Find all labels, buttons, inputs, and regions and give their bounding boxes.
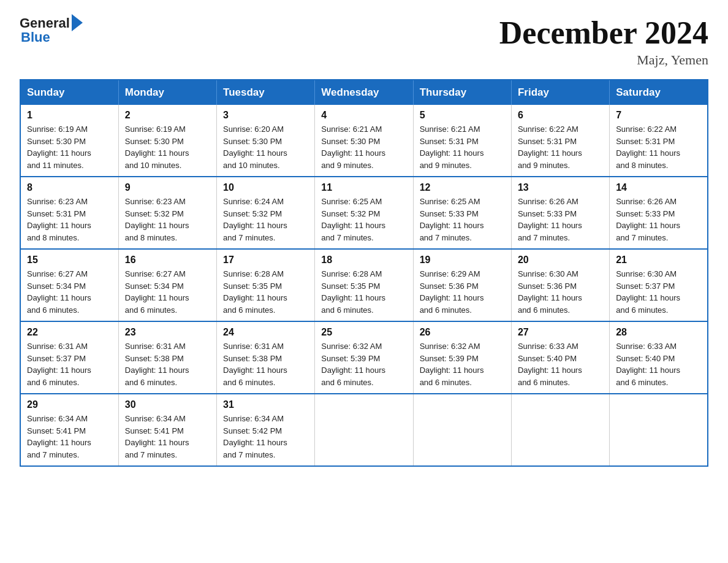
table-row: 29 Sunrise: 6:34 AM Sunset: 5:41 PM Dayl… bbox=[20, 394, 118, 466]
day-info: Sunrise: 6:30 AM Sunset: 5:36 PM Dayligh… bbox=[518, 268, 603, 316]
table-row: 30 Sunrise: 6:34 AM Sunset: 5:41 PM Dayl… bbox=[118, 394, 216, 466]
calendar-week-row: 15 Sunrise: 6:27 AM Sunset: 5:34 PM Dayl… bbox=[20, 249, 708, 321]
table-row: 5 Sunrise: 6:21 AM Sunset: 5:31 PM Dayli… bbox=[413, 105, 511, 177]
col-thursday: Thursday bbox=[413, 80, 511, 105]
day-number: 2 bbox=[125, 110, 210, 121]
table-row: 10 Sunrise: 6:24 AM Sunset: 5:32 PM Dayl… bbox=[217, 177, 315, 249]
day-info: Sunrise: 6:20 AM Sunset: 5:30 PM Dayligh… bbox=[223, 123, 308, 171]
col-sunday: Sunday bbox=[20, 80, 118, 105]
day-info: Sunrise: 6:27 AM Sunset: 5:34 PM Dayligh… bbox=[125, 268, 210, 316]
day-number: 29 bbox=[27, 399, 112, 410]
day-info: Sunrise: 6:21 AM Sunset: 5:30 PM Dayligh… bbox=[321, 123, 406, 171]
day-info: Sunrise: 6:32 AM Sunset: 5:39 PM Dayligh… bbox=[420, 340, 505, 388]
table-row: 25 Sunrise: 6:32 AM Sunset: 5:39 PM Dayl… bbox=[315, 321, 413, 394]
day-info: Sunrise: 6:19 AM Sunset: 5:30 PM Dayligh… bbox=[27, 123, 112, 171]
day-info: Sunrise: 6:19 AM Sunset: 5:30 PM Dayligh… bbox=[125, 123, 210, 171]
day-number: 15 bbox=[27, 255, 112, 266]
day-number: 17 bbox=[223, 255, 308, 266]
day-info: Sunrise: 6:26 AM Sunset: 5:33 PM Dayligh… bbox=[616, 196, 701, 243]
day-number: 11 bbox=[321, 182, 406, 193]
table-row: 31 Sunrise: 6:34 AM Sunset: 5:42 PM Dayl… bbox=[217, 394, 315, 466]
header: General Blue December 2024 Majz, Yemen bbox=[20, 15, 708, 68]
logo: General Blue bbox=[20, 15, 83, 45]
day-number: 27 bbox=[518, 327, 603, 338]
day-info: Sunrise: 6:26 AM Sunset: 5:33 PM Dayligh… bbox=[518, 196, 603, 243]
calendar-week-row: 1 Sunrise: 6:19 AM Sunset: 5:30 PM Dayli… bbox=[20, 105, 708, 177]
table-row: 20 Sunrise: 6:30 AM Sunset: 5:36 PM Dayl… bbox=[511, 249, 609, 321]
col-wednesday: Wednesday bbox=[315, 80, 413, 105]
table-row: 2 Sunrise: 6:19 AM Sunset: 5:30 PM Dayli… bbox=[118, 105, 216, 177]
table-row: 9 Sunrise: 6:23 AM Sunset: 5:32 PM Dayli… bbox=[118, 177, 216, 249]
day-number: 30 bbox=[125, 399, 210, 410]
day-number: 18 bbox=[321, 255, 406, 266]
table-row bbox=[315, 394, 413, 466]
table-row: 14 Sunrise: 6:26 AM Sunset: 5:33 PM Dayl… bbox=[610, 177, 708, 249]
logo-arrow-icon bbox=[72, 14, 83, 31]
table-row: 23 Sunrise: 6:31 AM Sunset: 5:38 PM Dayl… bbox=[118, 321, 216, 394]
day-info: Sunrise: 6:22 AM Sunset: 5:31 PM Dayligh… bbox=[518, 123, 603, 171]
day-info: Sunrise: 6:28 AM Sunset: 5:35 PM Dayligh… bbox=[223, 268, 308, 316]
title-area: December 2024 Majz, Yemen bbox=[499, 15, 708, 68]
day-number: 22 bbox=[27, 327, 112, 338]
month-title: December 2024 bbox=[499, 15, 708, 51]
day-info: Sunrise: 6:34 AM Sunset: 5:41 PM Dayligh… bbox=[27, 413, 112, 461]
calendar-week-row: 8 Sunrise: 6:23 AM Sunset: 5:31 PM Dayli… bbox=[20, 177, 708, 249]
table-row: 18 Sunrise: 6:28 AM Sunset: 5:35 PM Dayl… bbox=[315, 249, 413, 321]
table-row: 17 Sunrise: 6:28 AM Sunset: 5:35 PM Dayl… bbox=[217, 249, 315, 321]
day-number: 31 bbox=[223, 399, 308, 410]
col-friday: Friday bbox=[511, 80, 609, 105]
day-info: Sunrise: 6:31 AM Sunset: 5:37 PM Dayligh… bbox=[27, 340, 112, 388]
day-info: Sunrise: 6:28 AM Sunset: 5:35 PM Dayligh… bbox=[321, 268, 406, 316]
day-number: 5 bbox=[420, 110, 505, 121]
table-row: 16 Sunrise: 6:27 AM Sunset: 5:34 PM Dayl… bbox=[118, 249, 216, 321]
day-number: 9 bbox=[125, 182, 210, 193]
day-info: Sunrise: 6:23 AM Sunset: 5:31 PM Dayligh… bbox=[27, 196, 112, 243]
day-number: 28 bbox=[616, 327, 701, 338]
calendar-week-row: 22 Sunrise: 6:31 AM Sunset: 5:37 PM Dayl… bbox=[20, 321, 708, 394]
day-info: Sunrise: 6:34 AM Sunset: 5:41 PM Dayligh… bbox=[125, 413, 210, 461]
table-row: 28 Sunrise: 6:33 AM Sunset: 5:40 PM Dayl… bbox=[610, 321, 708, 394]
day-number: 1 bbox=[27, 110, 112, 121]
day-number: 23 bbox=[125, 327, 210, 338]
calendar-header-row: Sunday Monday Tuesday Wednesday Thursday… bbox=[20, 80, 708, 105]
day-number: 4 bbox=[321, 110, 406, 121]
table-row: 12 Sunrise: 6:25 AM Sunset: 5:33 PM Dayl… bbox=[413, 177, 511, 249]
logo-blue-text: Blue bbox=[21, 29, 50, 45]
table-row: 19 Sunrise: 6:29 AM Sunset: 5:36 PM Dayl… bbox=[413, 249, 511, 321]
table-row bbox=[610, 394, 708, 466]
day-number: 10 bbox=[223, 182, 308, 193]
day-number: 21 bbox=[616, 255, 701, 266]
table-row: 21 Sunrise: 6:30 AM Sunset: 5:37 PM Dayl… bbox=[610, 249, 708, 321]
day-info: Sunrise: 6:22 AM Sunset: 5:31 PM Dayligh… bbox=[616, 123, 701, 171]
day-info: Sunrise: 6:31 AM Sunset: 5:38 PM Dayligh… bbox=[125, 340, 210, 388]
day-info: Sunrise: 6:27 AM Sunset: 5:34 PM Dayligh… bbox=[27, 268, 112, 316]
day-number: 13 bbox=[518, 182, 603, 193]
table-row: 26 Sunrise: 6:32 AM Sunset: 5:39 PM Dayl… bbox=[413, 321, 511, 394]
day-info: Sunrise: 6:34 AM Sunset: 5:42 PM Dayligh… bbox=[223, 413, 308, 461]
table-row: 4 Sunrise: 6:21 AM Sunset: 5:30 PM Dayli… bbox=[315, 105, 413, 177]
day-info: Sunrise: 6:23 AM Sunset: 5:32 PM Dayligh… bbox=[125, 196, 210, 243]
day-number: 26 bbox=[420, 327, 505, 338]
day-info: Sunrise: 6:32 AM Sunset: 5:39 PM Dayligh… bbox=[321, 340, 406, 388]
day-number: 12 bbox=[420, 182, 505, 193]
day-number: 19 bbox=[420, 255, 505, 266]
day-info: Sunrise: 6:31 AM Sunset: 5:38 PM Dayligh… bbox=[223, 340, 308, 388]
table-row: 15 Sunrise: 6:27 AM Sunset: 5:34 PM Dayl… bbox=[20, 249, 118, 321]
day-number: 16 bbox=[125, 255, 210, 266]
table-row: 27 Sunrise: 6:33 AM Sunset: 5:40 PM Dayl… bbox=[511, 321, 609, 394]
day-info: Sunrise: 6:25 AM Sunset: 5:33 PM Dayligh… bbox=[420, 196, 505, 243]
day-info: Sunrise: 6:25 AM Sunset: 5:32 PM Dayligh… bbox=[321, 196, 406, 243]
table-row: 8 Sunrise: 6:23 AM Sunset: 5:31 PM Dayli… bbox=[20, 177, 118, 249]
day-info: Sunrise: 6:30 AM Sunset: 5:37 PM Dayligh… bbox=[616, 268, 701, 316]
table-row: 6 Sunrise: 6:22 AM Sunset: 5:31 PM Dayli… bbox=[511, 105, 609, 177]
table-row bbox=[511, 394, 609, 466]
table-row: 22 Sunrise: 6:31 AM Sunset: 5:37 PM Dayl… bbox=[20, 321, 118, 394]
table-row: 13 Sunrise: 6:26 AM Sunset: 5:33 PM Dayl… bbox=[511, 177, 609, 249]
table-row: 7 Sunrise: 6:22 AM Sunset: 5:31 PM Dayli… bbox=[610, 105, 708, 177]
col-tuesday: Tuesday bbox=[217, 80, 315, 105]
table-row: 11 Sunrise: 6:25 AM Sunset: 5:32 PM Dayl… bbox=[315, 177, 413, 249]
location-title: Majz, Yemen bbox=[499, 52, 708, 68]
day-info: Sunrise: 6:29 AM Sunset: 5:36 PM Dayligh… bbox=[420, 268, 505, 316]
day-number: 7 bbox=[616, 110, 701, 121]
day-number: 14 bbox=[616, 182, 701, 193]
